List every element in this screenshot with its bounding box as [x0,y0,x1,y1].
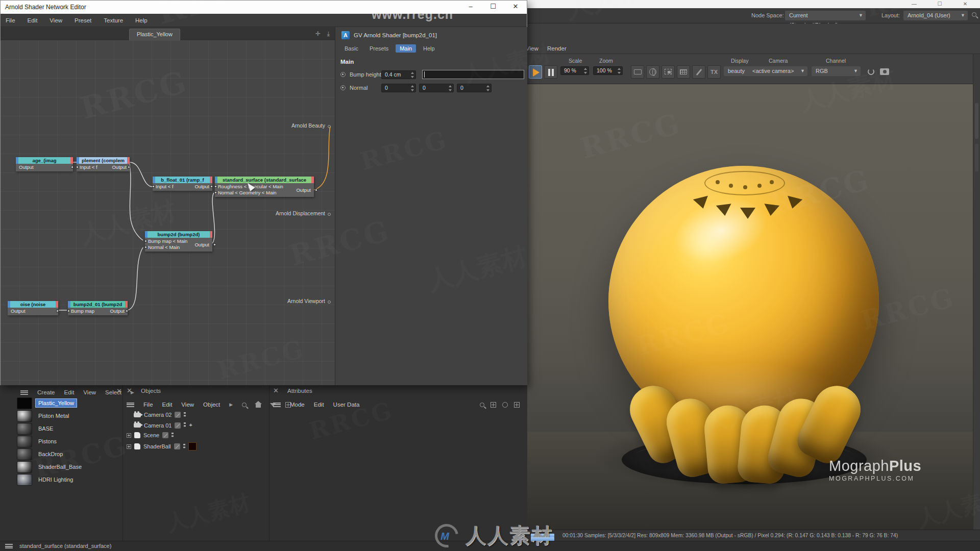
material-swatch[interactable] [17,423,32,435]
material-swatch[interactable] [17,474,32,486]
render-viewport[interactable]: MographPlus MOGRAPHPLUS.COM [525,84,980,530]
tx-manager-button[interactable]: TX [707,65,721,79]
material-row[interactable]: Pistons [17,435,59,447]
material-swatch[interactable] [17,410,32,422]
material-row[interactable]: Plastic_Yellow [17,397,77,409]
debug-shading-button[interactable] [692,65,705,79]
expand-icon[interactable] [127,444,131,449]
hamburger-icon[interactable] [127,403,134,407]
spinner-arrows[interactable] [486,85,490,91]
material-row[interactable]: BackDrop [17,448,65,460]
edit-toggle-icon[interactable] [162,432,168,438]
node-standard-surface[interactable]: standard_surface (standard_surface Rough… [215,177,314,197]
edit-toggle-icon[interactable] [175,412,181,418]
object-name[interactable]: Camera 02 [144,412,172,418]
snapshot-camera-icon[interactable] [880,68,889,75]
material-swatch[interactable] [17,397,32,409]
input-port[interactable] [67,310,70,312]
material-row[interactable]: HDRI Lighting [17,473,76,486]
camera-dropdown[interactable]: <active camera>▼ [748,66,807,76]
hamburger-icon[interactable] [273,403,281,407]
object-row[interactable]: Camera 01 ⌖ [134,422,192,429]
input-port[interactable] [76,166,79,168]
pan-icon[interactable]: ✛ [315,30,321,37]
tab-main[interactable]: Main [396,44,416,53]
main-maximize-button[interactable]: ☐ [931,1,948,8]
expand-icon[interactable] [127,433,131,438]
material-tag-swatch[interactable] [188,442,197,450]
object-name[interactable]: Camera 01 [144,422,172,429]
menu-help[interactable]: Help [135,17,148,23]
output-port[interactable] [210,185,213,188]
material-name[interactable]: BackDrop [36,450,65,458]
object-name[interactable]: ShaderBall [143,443,171,449]
material-name[interactable]: Piston Metal [36,412,72,420]
environment-button[interactable] [646,65,659,79]
visibility-dots-icon[interactable] [184,412,186,418]
object-row[interactable]: ShaderBall [127,442,197,450]
hamburger-icon[interactable] [5,544,13,548]
scale-value-field[interactable]: 90 % [560,66,589,75]
menu-render[interactable]: Render [547,45,567,52]
object-row[interactable]: Scene [127,432,174,438]
editor-close-button[interactable]: ✕ [504,1,527,14]
bump-height-field[interactable]: 0.4 cm [381,70,416,79]
attributes-menu-userdata[interactable]: User Data [333,402,360,408]
output-port[interactable] [213,243,216,246]
main-minimize-button[interactable]: — [905,1,923,8]
input-port[interactable] [214,185,217,188]
snapshot-display-button[interactable] [631,65,644,79]
normal-x-field[interactable]: 0 [381,84,416,92]
endpoint-arnold-displacement[interactable]: Arnold Displacement [276,210,331,216]
object-name[interactable]: Scene [143,432,159,438]
main-close-button[interactable]: ✕ [957,1,974,8]
endpoint-port[interactable] [328,300,331,304]
spinner-arrows[interactable] [411,85,414,91]
editor-minimize-button[interactable]: – [459,1,482,14]
input-port[interactable] [152,185,155,188]
input-port[interactable] [144,240,147,242]
material-swatch[interactable] [17,461,32,473]
output-port[interactable] [128,166,130,168]
search-icon[interactable] [972,12,976,17]
material-swatch[interactable] [17,448,32,460]
tab-help[interactable]: Help [419,44,439,53]
spinner-arrows[interactable] [584,68,587,74]
endpoint-port[interactable] [328,125,331,128]
objects-menu-object[interactable]: Object [203,402,220,408]
materials-menu-view[interactable]: View [83,389,96,395]
node-space-dropdown[interactable]: Current (Standard/Physical)▼ [785,11,866,20]
layout-dropdown[interactable]: Arnold_04 (User)▼ [903,11,968,20]
menu-overflow-arrow[interactable]: ▶ [229,402,233,407]
home-icon[interactable] [256,404,261,408]
spinner-arrows[interactable] [449,85,452,91]
node-image[interactable]: age_(imag Output [16,157,73,171]
edit-toggle-icon[interactable] [175,422,181,429]
menu-view[interactable]: View [50,17,62,23]
spinner-arrows[interactable] [618,68,621,74]
materials-menu-create[interactable]: Create [37,389,55,395]
material-row[interactable]: ShaderBall_Base [17,461,84,473]
edit-toggle-icon[interactable] [174,443,180,449]
normal-z-field[interactable]: 0 [457,84,492,92]
spinner-arrows[interactable] [411,72,414,78]
import-icon[interactable]: ⤓ [327,30,330,37]
bump-height-text-input[interactable] [422,70,524,79]
attributes-menu-mode[interactable]: Mode [290,402,305,408]
material-row[interactable]: Piston Metal [17,410,72,422]
visibility-dots-icon[interactable] [172,433,174,438]
refresh-icon[interactable] [868,68,874,75]
material-name[interactable]: BASE [36,424,56,433]
endpoint-arnold-viewport[interactable]: Arnold Viewport [287,298,331,304]
visibility-dots-icon[interactable] [184,422,186,428]
output-port[interactable] [315,189,317,191]
node-bump2d-01[interactable]: bump2d_01 (bump2d Bump mapOutput [68,301,128,315]
tab-presets[interactable]: Presets [365,44,393,53]
editor-maximize-button[interactable]: ☐ [482,1,504,14]
menu-edit[interactable]: Edit [28,17,38,23]
output-port[interactable] [126,310,128,312]
input-port[interactable] [214,191,217,194]
object-row[interactable]: Camera 02 [134,412,186,418]
material-name[interactable]: Plastic_Yellow [36,399,77,407]
material-swatch[interactable] [17,436,32,447]
